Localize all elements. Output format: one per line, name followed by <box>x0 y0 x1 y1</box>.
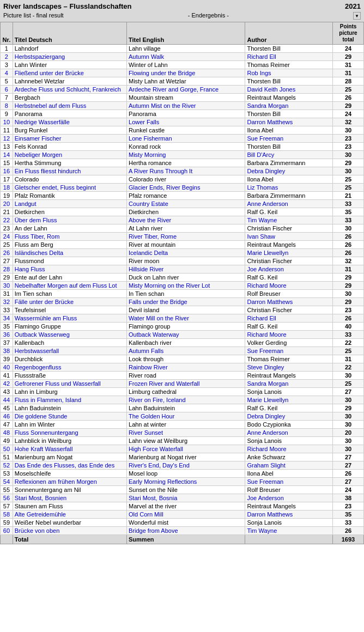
cell-points: 26 <box>333 241 364 249</box>
cell-points: 23 <box>333 135 364 143</box>
cell-english: Flowing under the Bridge <box>127 69 245 77</box>
col-header-author: Author <box>245 22 333 45</box>
table-row: 35 Flamingo Gruppe Flamingo group Ralf G… <box>1 323 364 331</box>
cell-points: 25 <box>333 184 364 192</box>
col-header-nr: Nr. <box>1 22 13 45</box>
cell-english: Mountain stream <box>127 94 245 102</box>
cell-nr: 20 <box>1 200 13 208</box>
cell-deutsch: Im Tien schan <box>13 290 126 298</box>
cell-deutsch: Ein Fluss fliesst hindurch <box>13 167 126 175</box>
cell-nr: 38 <box>1 347 13 355</box>
cell-nr: 6 <box>1 86 13 94</box>
cell-english: Rainbow River <box>127 363 245 372</box>
cell-points: 30 <box>333 437 364 445</box>
cell-english: Misty Morning on the River Lot <box>127 282 245 290</box>
cell-nr: 13 <box>1 143 13 151</box>
cell-english: River Tiber, Rome <box>127 233 245 241</box>
cell-author: Christian Fischer <box>245 306 333 314</box>
cell-author: Ivan Shaw <box>245 233 333 241</box>
cell-nr: 26 <box>1 249 13 257</box>
cell-deutsch: Pfalz Romantik <box>13 192 126 200</box>
table-row: 50 Hohe Kraft Wasserfall High Force Wate… <box>1 445 364 453</box>
cell-points: 29 <box>333 298 364 306</box>
cell-deutsch: Die goldene Stunde <box>13 412 126 421</box>
table-row: 47 Lahn im Winter Lahn at winter Bodo Cz… <box>1 421 364 429</box>
cell-points: 29 <box>333 102 364 110</box>
cell-english: Above the River <box>127 216 245 224</box>
cell-points: 31 <box>333 69 364 77</box>
table-row: 55 Sonnenuntergang am Nil Sunset on the … <box>1 486 364 494</box>
cell-author: Sonja Lanois <box>245 437 333 445</box>
cell-deutsch: Durchblick <box>13 355 126 363</box>
table-row: 31 Im Tien schan In Tien schan Rolf Breu… <box>1 290 364 298</box>
cell-english: Colorado river <box>127 175 245 184</box>
cell-points: 30 <box>333 421 364 429</box>
cell-points: 29 <box>333 404 364 412</box>
cell-author: Richard Moore <box>245 445 333 453</box>
cell-points: 23 <box>333 306 364 314</box>
cell-nr: 41 <box>1 372 13 380</box>
cell-points: 27 <box>333 461 364 470</box>
footer-summen-label: Summen <box>127 535 245 544</box>
cell-deutsch: Lahnblick in Weilburg <box>13 437 126 445</box>
cell-english: Duck on Lahn river <box>127 274 245 282</box>
cell-english: River's End, Day's End <box>127 461 245 470</box>
cell-author: Sandra Morgan <box>245 380 333 388</box>
cell-points: 26 <box>333 233 364 241</box>
table-row: 33 Teufelsinsel Devil island Christian F… <box>1 306 364 314</box>
cell-english: Kallenbach river <box>127 339 245 347</box>
table-row: 10 Niedrige Wasserfälle Lower Falls Darr… <box>1 118 364 126</box>
cell-deutsch: Marienburg am Nogat <box>13 453 126 461</box>
cell-nr: 18 <box>1 184 13 192</box>
cell-nr: 25 <box>1 241 13 249</box>
cell-author: Barbara Zimmermann <box>245 159 333 167</box>
cell-english: Runkel castle <box>127 126 245 135</box>
cell-author: Sandra Morgan <box>245 102 333 110</box>
cell-deutsch: Stari Most, Bosnien <box>13 494 126 502</box>
cell-deutsch: Weißer Nebel wunderbar <box>13 519 126 527</box>
cell-deutsch: Nebeliger Morgen <box>13 151 126 159</box>
cell-points: 31 <box>333 61 364 69</box>
cell-nr: 51 <box>1 453 13 461</box>
cell-nr: 17 <box>1 175 13 184</box>
table-row: 58 Alte Getreidemühle Old Corn Mill Darr… <box>1 511 364 519</box>
cell-points: 29 <box>333 282 364 290</box>
table-row: 19 Pfalz Romantik Pfalz romance Barbara … <box>1 192 364 200</box>
cell-points: 20 <box>333 429 364 437</box>
cell-points: 21 <box>333 192 364 200</box>
cell-author: Volker Gerding <box>245 339 333 347</box>
cell-points: 24 <box>333 486 364 494</box>
cell-points: 29 <box>333 53 364 61</box>
cell-deutsch: Über dem Fluss <box>13 216 126 224</box>
cell-deutsch: Fluss am Berg <box>13 241 126 249</box>
cell-deutsch: Colorado <box>13 175 126 184</box>
cell-nr: 4 <box>1 69 13 77</box>
cell-english: Frozen River and Waterfall <box>127 380 245 388</box>
cell-nr: 12 <box>1 135 13 143</box>
cell-nr: 55 <box>1 486 13 494</box>
cell-author: Christian Fischer <box>245 224 333 233</box>
cell-english: Konrad rock <box>127 143 245 151</box>
cell-author: Anke Schwarz <box>245 453 333 461</box>
cell-author: Richard Moore <box>245 282 333 290</box>
cell-english: Winter of Lahn <box>127 61 245 69</box>
cell-english: River on Fire, Iceland <box>127 396 245 404</box>
table-row: 57 Staunen am Fluss Marvel at the river … <box>1 502 364 511</box>
cell-nr: 45 <box>1 404 13 412</box>
scroll-icon[interactable]: ▼ <box>353 12 361 20</box>
cell-deutsch: Reflexionen am frühen Morgen <box>13 478 126 486</box>
cell-points: 23 <box>333 502 364 511</box>
cell-english: Bridge from Above <box>127 527 245 535</box>
cell-deutsch: Lahnnebel Wetzlar <box>13 77 126 86</box>
cell-english: Sunset on the Nile <box>127 486 245 494</box>
table-row: 42 Gefrorener Fluss und Wasserfall Froze… <box>1 380 364 388</box>
cell-english: Misty Lahn at Wetzlar <box>127 77 245 86</box>
table-row: 27 Flussmond River moon Christian Fische… <box>1 257 364 265</box>
cell-english: Stari Most, Bosnia <box>127 494 245 502</box>
cell-deutsch: Flussmond <box>13 257 126 265</box>
cell-english: Country Estate <box>127 200 245 208</box>
cell-deutsch: Fels Konrad <box>13 143 126 151</box>
footer-author-empty <box>245 535 333 544</box>
cell-deutsch: Bergbach <box>13 94 126 102</box>
col-header-points: Points picture total <box>333 22 364 45</box>
